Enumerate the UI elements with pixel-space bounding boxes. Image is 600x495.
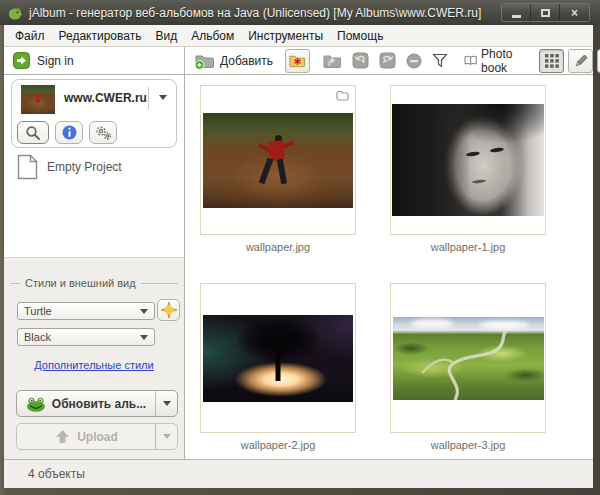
update-album-dropdown[interactable] <box>155 391 177 416</box>
upload-main[interactable]: Upload <box>17 424 155 449</box>
grid-view-icon <box>545 54 559 68</box>
winding-road <box>393 317 544 400</box>
jalbum-window: jAlbum - генератор веб-альбомов на Java … <box>0 0 600 495</box>
window-controls: × <box>501 3 590 22</box>
more-styles-link[interactable]: Дополнительные стили <box>34 359 153 371</box>
project-buttons <box>17 121 117 144</box>
more-styles-container: Дополнительные стили <box>4 355 184 373</box>
window-frame: Файл Редактировать Вид Альбом Инструмент… <box>4 25 593 488</box>
sign-in-button[interactable]: Sign in <box>4 47 185 74</box>
update-album-button[interactable]: Обновить аль... <box>16 390 178 417</box>
maximize-icon <box>541 9 550 17</box>
divider <box>141 283 178 284</box>
pencil-icon <box>573 53 589 69</box>
folder-badge-icon <box>336 90 349 101</box>
item-filename: wallpaper-3.jpg <box>390 439 546 451</box>
minimize-icon <box>512 15 521 18</box>
add-folder-icon <box>194 52 215 70</box>
customize-style-button[interactable] <box>157 299 180 321</box>
filter-button[interactable] <box>428 49 452 73</box>
chevron-down-icon <box>140 309 148 314</box>
menu-tools[interactable]: Инструменты <box>241 27 330 45</box>
update-album-main[interactable]: Обновить аль... <box>17 391 155 416</box>
grid-item-wallpaper-2[interactable] <box>200 283 356 433</box>
sign-in-label: Sign in <box>37 54 74 68</box>
remove-button[interactable] <box>402 49 426 73</box>
empty-project-label: Empty Project <box>47 160 122 174</box>
chevron-down-icon <box>163 434 171 439</box>
grid-item-wallpaper[interactable] <box>200 85 356 235</box>
rotate-right-button[interactable] <box>375 49 400 73</box>
new-folder-button[interactable] <box>285 49 310 73</box>
project-selector[interactable]: www.CWER.ru <box>11 79 177 148</box>
thumbnail-image <box>203 315 353 402</box>
starburst-icon <box>161 302 177 318</box>
gears-icon <box>93 125 113 141</box>
chevron-down-icon[interactable] <box>159 95 167 100</box>
frog-icon <box>26 396 46 412</box>
rotate-left-icon <box>352 52 369 69</box>
view-buttons <box>539 49 600 73</box>
style-select-value: Black <box>24 331 51 343</box>
move-up-button[interactable] <box>319 49 346 73</box>
style-select[interactable]: Black <box>17 328 155 346</box>
remove-icon <box>406 53 422 69</box>
new-folder-icon <box>289 53 306 68</box>
menu-album[interactable]: Альбом <box>184 27 241 45</box>
menu-bar: Файл Редактировать Вид Альбом Инструмент… <box>4 25 593 47</box>
rotate-right-icon <box>379 52 396 69</box>
divider <box>10 283 20 284</box>
maximize-button[interactable] <box>531 4 560 21</box>
thumbnail-image <box>393 317 544 400</box>
close-icon: × <box>571 7 578 19</box>
menu-view[interactable]: Вид <box>148 27 184 45</box>
menu-file[interactable]: Файл <box>8 27 52 45</box>
divider <box>148 87 149 109</box>
upload-label: Upload <box>77 430 118 444</box>
add-button[interactable]: Добавить <box>190 49 277 73</box>
settings-button[interactable] <box>89 121 117 144</box>
photo-book-label: Photo book <box>481 47 523 75</box>
sign-in-arrow-icon <box>13 52 30 69</box>
update-album-label: Обновить аль... <box>52 397 146 411</box>
info-button[interactable] <box>55 121 83 144</box>
titlebar: jAlbum - генератор веб-альбомов на Java … <box>0 0 600 25</box>
rotate-left-button[interactable] <box>348 49 373 73</box>
empty-project-item[interactable]: Empty Project <box>17 154 122 180</box>
menu-help[interactable]: Помощь <box>330 27 390 45</box>
close-button[interactable]: × <box>560 4 589 21</box>
thumbnail-image <box>203 113 353 208</box>
search-button[interactable] <box>17 121 49 144</box>
move-up-icon <box>323 53 342 69</box>
chevron-down-icon <box>163 401 171 406</box>
status-object-count: 4 объекты <box>28 467 85 481</box>
project-panel: www.CWER.ru <box>4 75 184 258</box>
search-icon <box>25 125 41 141</box>
filter-funnel-icon <box>432 53 448 68</box>
edit-view-button[interactable] <box>568 49 593 73</box>
status-bar: 4 объекты <box>4 459 593 488</box>
item-filename: wallpaper-2.jpg <box>200 439 356 451</box>
thumbnail-image <box>392 104 544 216</box>
menu-edit[interactable]: Редактировать <box>52 27 149 45</box>
upload-arrow-icon <box>54 429 71 444</box>
upload-button[interactable]: Upload <box>16 423 178 450</box>
grid-item-wallpaper-1[interactable] <box>390 85 546 235</box>
item-filename: wallpaper.jpg <box>200 241 356 253</box>
skin-select[interactable]: Turtle <box>17 302 155 320</box>
styles-section-title: Стили и внешний вид <box>25 277 136 289</box>
minimize-button[interactable] <box>502 4 531 21</box>
item-filename: wallpaper-1.jpg <box>390 241 546 253</box>
grid-view-button[interactable] <box>539 49 564 73</box>
grid-item-wallpaper-3[interactable] <box>390 283 546 433</box>
blank-page-icon <box>17 154 38 180</box>
photo-book-icon <box>464 53 477 68</box>
window-title: jAlbum - генератор веб-альбомов на Java … <box>29 6 481 20</box>
upload-dropdown[interactable] <box>155 424 177 449</box>
photo-book-button[interactable]: Photo book <box>460 49 528 73</box>
styles-section-header: Стили и внешний вид <box>10 277 178 289</box>
chevron-down-icon <box>140 335 148 340</box>
skin-select-value: Turtle <box>24 305 52 317</box>
project-name: www.CWER.ru <box>64 91 147 105</box>
content-area: www.CWER.ru <box>4 75 593 459</box>
